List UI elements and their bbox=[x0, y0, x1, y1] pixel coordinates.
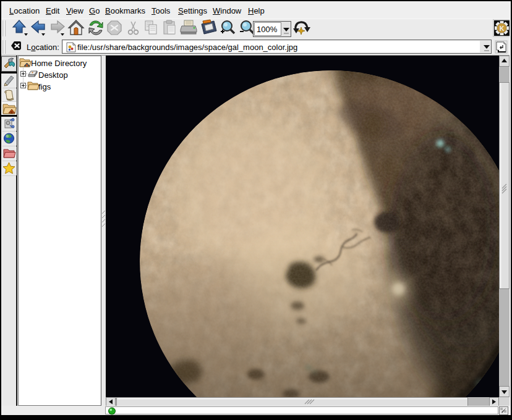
svg-text:K: K bbox=[500, 25, 505, 32]
